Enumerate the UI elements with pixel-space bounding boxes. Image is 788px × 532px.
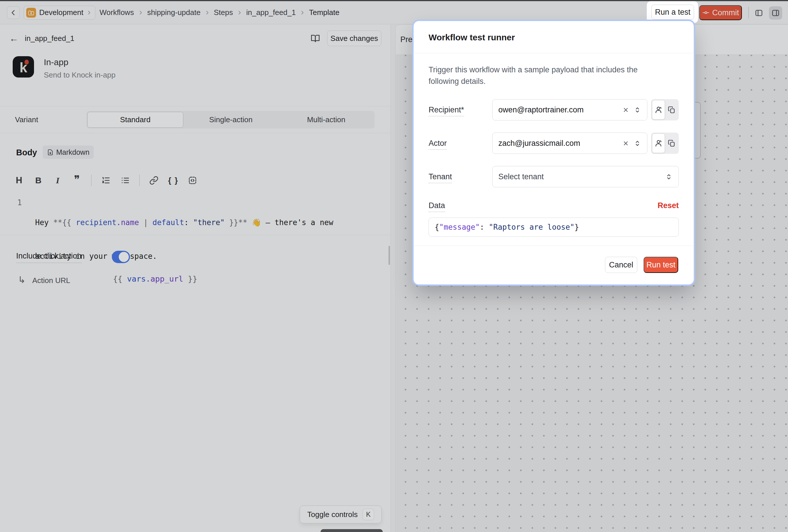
modal-header: Workflow test runner [414,22,693,53]
actor-label: Actor [429,139,492,148]
run-a-test-button[interactable]: Run a test [651,5,694,20]
recipient-select[interactable]: owen@raptortrainer.com × [492,99,647,120]
copy-icon [668,106,675,114]
modal-body: Trigger this workflow with a sample payl… [414,54,693,237]
recipient-json-copy-button[interactable] [665,100,678,120]
data-label-text: Data [429,201,445,212]
actor-label-text: Actor [429,139,447,150]
actor-field-row: Actor zach@jurassicmail.com × [429,133,679,154]
modal-description: Trigger this workflow with a sample payl… [429,64,653,87]
cancel-button[interactable]: Cancel [605,257,637,273]
recipient-label-text: Recipient* [429,105,464,116]
data-header-row: Data Reset [429,201,679,210]
data-label: Data [429,201,492,210]
tenant-label: Tenant [429,172,492,181]
tenant-placeholder: Select tenant [498,172,665,181]
data-json-input[interactable]: {"message": "Raptors are loose"} [429,218,679,237]
clear-recipient-icon[interactable]: × [623,105,628,114]
app-window: Development Workflows shipping-update St… [0,0,788,532]
actor-select[interactable]: zach@jurassicmail.com × [492,133,647,154]
actor-user-picker-button[interactable] [652,134,665,153]
actor-json-copy-button[interactable] [665,134,678,153]
clear-actor-icon[interactable]: × [623,139,628,148]
tenant-select[interactable]: Select tenant [492,166,679,187]
recipient-label: Recipient* [429,105,492,114]
run-test-button[interactable]: Run test [644,257,678,273]
chevrons-up-down-icon [633,106,641,114]
tenant-field-row: Tenant Select tenant [429,166,679,187]
recipient-user-picker-button[interactable] [652,100,665,120]
workflow-test-runner-modal: Workflow test runner Trigger this workfl… [414,22,693,284]
user-icon [654,105,663,114]
chevrons-up-down-icon [633,139,641,147]
modal-footer: Cancel Run test [414,245,693,284]
chevrons-up-down-icon [665,173,673,181]
tenant-label-text: Tenant [429,172,452,183]
reset-data-link[interactable]: Reset [657,201,679,210]
actor-value: zach@jurassicmail.com [498,139,621,148]
modal-title: Workflow test runner [429,33,515,42]
recipient-value: owen@raptortrainer.com [498,105,621,114]
copy-icon [668,139,675,147]
recipient-mode-group [651,99,679,120]
user-icon [654,139,663,147]
actor-mode-group [651,133,679,154]
recipient-field-row: Recipient* owen@raptortrainer.com × [429,99,679,120]
